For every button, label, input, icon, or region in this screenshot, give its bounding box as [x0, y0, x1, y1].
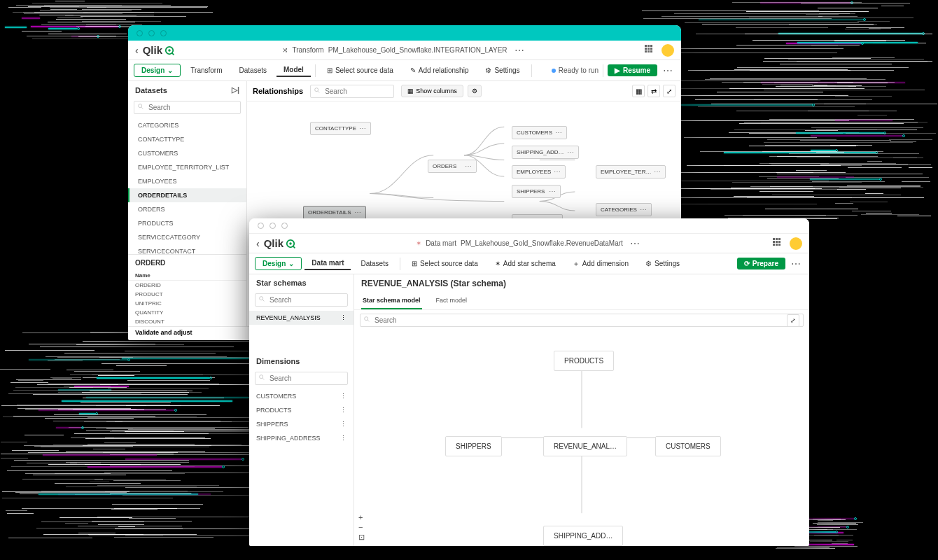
tab-transform[interactable]: Transform	[183, 64, 229, 76]
collapse-icon[interactable]: ▷|	[232, 85, 239, 94]
more-icon[interactable]: ⋮	[340, 435, 346, 442]
svg-point-5	[315, 88, 318, 92]
dataset-item-categories[interactable]: CATEGORIES	[128, 118, 246, 132]
star-schema-canvas[interactable]: PRODUCTS SHIPPERS REVENUE_ANAL… CUSTOMER…	[354, 330, 809, 546]
grid-menu-icon[interactable]	[773, 238, 784, 249]
dim-item-shippers[interactable]: SHIPPERS⋮	[249, 417, 354, 431]
more-icon[interactable]: ⋮	[340, 407, 346, 414]
expand-icon[interactable]: ⤢	[663, 85, 676, 97]
expand-icon[interactable]: ⤢	[787, 314, 799, 327]
more-icon[interactable]: ⋯	[465, 162, 472, 170]
dataset-item-orders[interactable]: ORDERS	[128, 202, 246, 216]
more-icon[interactable]: ⋮	[340, 393, 346, 400]
more-icon[interactable]: ⋯	[654, 168, 661, 176]
more-icon[interactable]: ⋯	[554, 168, 561, 176]
add-relationship-button[interactable]: ✎Add relationship	[403, 64, 476, 76]
svg-point-14	[365, 317, 368, 321]
gear-chip-icon[interactable]: ⚙	[468, 85, 482, 97]
more-icon[interactable]: ⋯	[359, 125, 366, 132]
search-icon	[314, 87, 321, 94]
more-icon[interactable]: ⋮	[340, 421, 346, 428]
node-customers[interactable]: CUSTOMERS⋯	[512, 126, 567, 139]
tab-datasets[interactable]: Datasets	[354, 258, 395, 270]
snode-revenue[interactable]: REVENUE_ANAL…	[543, 436, 627, 456]
dim-search-input[interactable]	[255, 372, 348, 385]
star-search-input[interactable]	[255, 293, 348, 307]
tab-model[interactable]: Model	[276, 64, 311, 77]
snode-shippers[interactable]: SHIPPERS	[445, 436, 502, 456]
chevron-down-icon: ⌄	[288, 260, 294, 267]
zoom-out-icon[interactable]: −	[358, 523, 365, 531]
settings-button[interactable]: ⚙Settings	[638, 258, 687, 270]
more-icon[interactable]: ⋯	[555, 129, 562, 136]
settings-button[interactable]: ⚙Settings	[478, 64, 526, 76]
tab-datasets[interactable]: Datasets	[232, 64, 274, 76]
select-source-button[interactable]: ⊞Select source data	[320, 64, 400, 76]
rel-search-input[interactable]	[310, 85, 394, 98]
dataset-item-servicecontact[interactable]: SERVICECONTACT	[128, 244, 246, 254]
more-icon[interactable]: ⋯	[549, 188, 556, 195]
more-icon[interactable]: ⋯	[640, 206, 647, 214]
tab-fact-model[interactable]: Fact model	[435, 293, 469, 309]
window-controls[interactable]	[136, 30, 167, 36]
context-more-icon[interactable]: ⋯	[512, 45, 527, 56]
schema-search-input[interactable]	[360, 314, 804, 327]
back-button[interactable]: ‹	[135, 45, 139, 56]
dataset-item-customers[interactable]: CUSTOMERS	[128, 146, 246, 160]
node-categories[interactable]: CATEGORIES⋯	[596, 203, 652, 216]
snode-shipping[interactable]: SHIPPING_ADD…	[543, 526, 623, 546]
snode-customers[interactable]: CUSTOMERS	[655, 436, 721, 456]
dataset-item-employees[interactable]: EMPLOYEES	[128, 174, 246, 188]
qlik-logo-icon	[286, 239, 295, 248]
avatar[interactable]	[790, 237, 802, 250]
zoom-in-icon[interactable]: +	[358, 513, 365, 522]
window-controls[interactable]	[258, 223, 288, 229]
dataset-item-products[interactable]: PRODUCTS	[128, 216, 246, 230]
layout-tree-icon[interactable]: ⇄	[648, 85, 660, 97]
star-item-revenue[interactable]: REVENUE_ANALYSIS⋮	[249, 311, 354, 325]
dim-item-customers[interactable]: CUSTOMERS⋮	[249, 389, 354, 403]
prepare-button[interactable]: ⟳ Prepare	[737, 258, 785, 270]
toolbar-more-icon[interactable]: ⋯	[788, 258, 804, 270]
dim-item-products[interactable]: PRODUCTS⋮	[249, 403, 354, 417]
datasets-search-input[interactable]	[134, 101, 241, 114]
qlik-logo: Qlik	[264, 237, 295, 249]
node-contacttype[interactable]: CONTACTTYPE⋯	[310, 122, 371, 135]
node-orders[interactable]: ORDERS⋯	[428, 160, 477, 173]
select-source-button[interactable]: ⊞Select source data	[405, 258, 485, 270]
node-orderdetails[interactable]: ORDERDETAILS⋯	[303, 206, 366, 219]
layout-grid-icon[interactable]: ▦	[632, 85, 645, 97]
more-icon[interactable]: ⋯	[354, 209, 361, 216]
add-dimension-button[interactable]: ＋Add dimension	[566, 257, 636, 271]
dim-item-shipping_address[interactable]: SHIPPING_ADDRESS⋮	[249, 431, 354, 445]
rel-search	[310, 84, 394, 98]
context-more-icon[interactable]: ⋯	[627, 238, 643, 249]
node-employees[interactable]: EMPLOYEES⋯	[512, 165, 566, 178]
node-shipping[interactable]: SHIPPING_ADD…⋯	[512, 146, 579, 159]
design-mode-button[interactable]: Design ⌄	[134, 64, 181, 77]
tab-star-model[interactable]: Star schema model	[361, 293, 422, 309]
window-datamart: ‹ Qlik ✶ Data mart PM_Lakehouse_Gold_Sno…	[249, 218, 809, 546]
snode-products[interactable]: PRODUCTS	[554, 351, 614, 371]
node-empterr[interactable]: EMPLOYEE_TER…⋯	[596, 165, 666, 178]
more-icon[interactable]: ⋯	[567, 148, 574, 156]
dataset-item-orderdetails[interactable]: ORDERDETAILS	[128, 188, 246, 202]
add-star-button[interactable]: ✶Add star schema	[488, 258, 563, 270]
star-search	[255, 293, 348, 307]
avatar[interactable]	[662, 44, 674, 57]
grid-menu-icon[interactable]	[645, 45, 656, 56]
resume-button[interactable]: ▶ Resume	[608, 64, 657, 76]
show-columns-button[interactable]: ▦ Show columns	[401, 85, 463, 97]
more-icon[interactable]: ⋮	[340, 314, 346, 321]
titlebar	[249, 218, 809, 234]
node-shippers[interactable]: SHIPPERS⋯	[512, 185, 561, 198]
zoom-fit-icon[interactable]: ⊡	[358, 533, 365, 542]
dataset-item-servicecategory[interactable]: SERVICECATEGORY	[128, 230, 246, 244]
search-icon	[137, 103, 144, 110]
back-button[interactable]: ‹	[256, 238, 260, 249]
dataset-item-contacttype[interactable]: CONTACTTYPE	[128, 132, 246, 146]
toolbar-more-icon[interactable]: ⋯	[660, 65, 676, 76]
dataset-item-employee_territory_list[interactable]: EMPLOYEE_TERRITORY_LIST	[128, 160, 246, 174]
design-mode-button[interactable]: Design ⌄	[255, 257, 302, 270]
tab-datamart[interactable]: Data mart	[304, 257, 351, 270]
